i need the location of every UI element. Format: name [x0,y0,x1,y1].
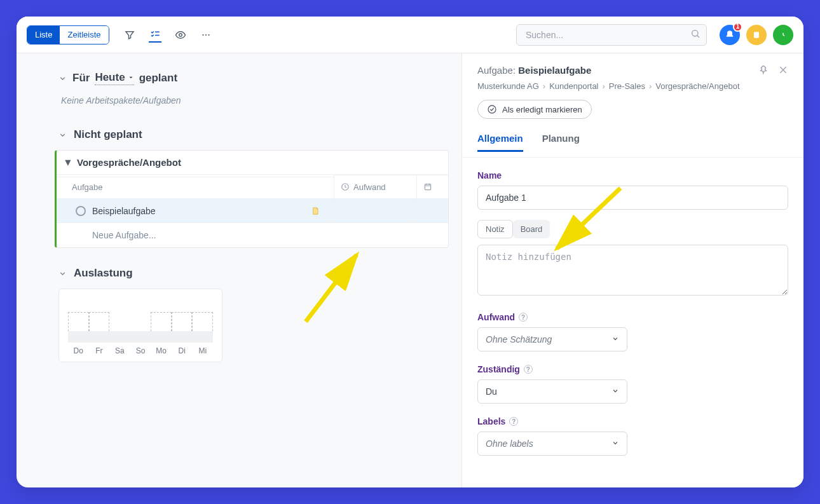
task-date-cell[interactable] [416,199,448,222]
utilization-axis: Do Fr Sa So Mo Di Mi [68,346,213,355]
tab-general[interactable]: Allgemein [477,133,523,152]
note-textarea[interactable] [477,245,788,296]
chevron-down-icon[interactable] [57,73,67,83]
field-assignee-label: Zuständig? [477,364,788,374]
notes-button[interactable] [746,25,767,45]
svg-point-4 [692,30,698,36]
utilization-card: Do Fr Sa So Mo Di Mi [58,289,222,362]
panel-title: Aufgabe: Beispielaufgabe [477,65,591,76]
svg-point-9 [488,106,496,113]
more-icon[interactable] [200,29,212,41]
svg-rect-8 [425,184,430,190]
caret-icon[interactable]: ▶ [64,160,72,165]
task-group-panel: ▶ Vorgespräche/Angebot Aufgabe Aufwand [55,150,449,248]
field-effort-label: Aufwand? [477,312,788,322]
time-button[interactable] [773,25,793,45]
search-icon [690,29,700,41]
chevron-down-icon [612,334,619,344]
labels-dropdown[interactable]: Ohne labels [477,432,627,456]
chevron-down-icon[interactable] [57,130,67,140]
svg-point-3 [208,34,209,35]
field-name-label: Name [477,170,788,180]
svg-point-0 [179,33,182,36]
eye-icon[interactable] [174,29,187,41]
column-date [416,175,448,198]
tab-board[interactable]: Board [513,220,550,238]
column-task: Aufgabe [57,177,334,197]
not-planned-heading: Nicht geplant [74,128,142,141]
date-dropdown[interactable]: Heute [95,71,133,85]
task-status-toggle[interactable] [76,206,86,216]
effort-dropdown[interactable]: Ohne Schätzung [477,327,627,351]
close-icon[interactable] [778,65,788,78]
assignee-dropdown[interactable]: Du [477,379,627,404]
svg-point-2 [205,34,206,35]
chevron-down-icon [612,439,619,449]
view-list-button[interactable]: Liste [27,26,60,44]
topbar: Liste Zeitleiste [17,17,803,53]
utilization-heading: Auslastung [74,267,133,280]
planned-suffix: geplant [139,72,177,85]
filter-icon[interactable] [123,29,136,41]
group-title: Vorgespräche/Angebot [77,157,181,168]
svg-point-1 [202,34,203,35]
view-timeline-button[interactable]: Zeitleiste [60,26,108,44]
detail-panel: Aufgabe: Beispielaufgabe Musterkunde AG›… [461,53,803,487]
pin-icon[interactable] [759,65,769,78]
chevron-down-icon[interactable] [57,268,67,278]
chevron-down-icon [612,386,619,397]
planned-prefix: Für [72,72,90,85]
column-effort: Aufwand [334,175,416,198]
tab-note[interactable]: Notiz [477,220,513,238]
notification-badge: 1 [733,22,742,32]
task-name-input[interactable] [477,186,788,210]
field-labels-label: Labels? [477,416,788,426]
task-name[interactable]: Beispielaufgabe [92,206,156,216]
empty-state: Keine Arbeitspakete/Aufgaben [61,95,449,106]
breadcrumb: Musterkunde AG› Kundenportal› Pre-Sales›… [477,81,788,91]
task-effort-cell[interactable] [334,199,416,222]
svg-rect-5 [754,32,759,37]
tab-planning[interactable]: Planung [542,133,580,152]
new-task-input[interactable]: Neue Aufgabe... [57,224,448,247]
mark-done-button[interactable]: Als erledigt markieren [477,100,592,119]
checklist-icon[interactable] [149,30,161,43]
view-toggle: Liste Zeitleiste [27,25,109,44]
search-input[interactable] [516,24,707,46]
main-pane: Für Heute geplant Keine Arbeitspakete/Au… [17,53,461,487]
notifications-button[interactable]: 1 [720,25,740,45]
note-icon[interactable] [311,206,320,216]
